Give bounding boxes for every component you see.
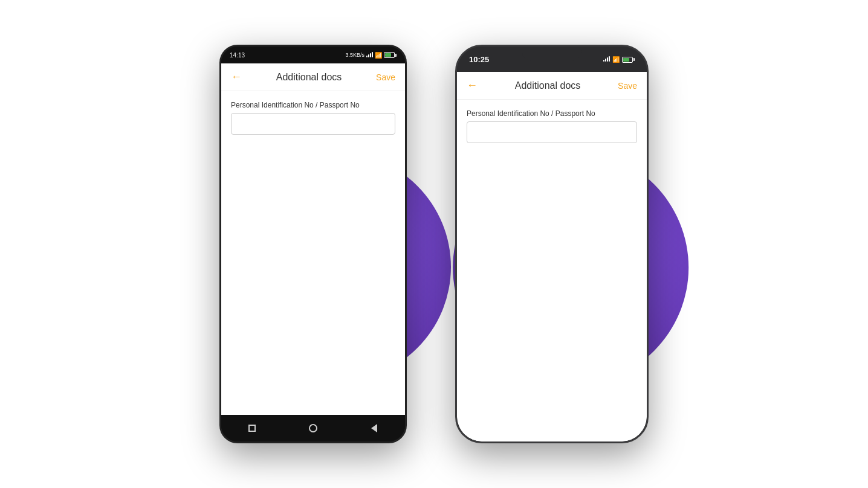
android-passport-input[interactable] <box>231 113 395 135</box>
ios-wifi-icon: 📶 <box>612 56 620 63</box>
android-nav-bar <box>221 415 405 441</box>
android-status-bar: 14:13 3.5KB/s 📶 <box>221 47 405 63</box>
android-phone-wrapper: 14:13 3.5KB/s 📶 <box>219 45 407 443</box>
ios-back-button[interactable]: ← <box>467 79 478 92</box>
android-app-header: ← Additional docs Save <box>221 63 405 91</box>
android-battery <box>384 52 397 58</box>
ios-status-bar: 10:25 📶 <box>457 47 647 72</box>
ios-phone: 10:25 📶 <box>455 45 649 443</box>
ios-save-button[interactable]: Save <box>618 81 637 91</box>
android-time: 14:13 <box>230 52 245 59</box>
android-nav-back[interactable] <box>369 423 380 434</box>
ios-passport-input[interactable] <box>467 121 637 143</box>
android-app-content: Personal Identification No / Passport No <box>221 91 405 415</box>
ios-time: 10:25 <box>469 55 489 64</box>
android-screen: ← Additional docs Save Personal Identifi… <box>221 63 405 415</box>
android-nav-home[interactable] <box>308 423 319 434</box>
android-nav-square[interactable] <box>247 423 257 434</box>
android-network-speed: 3.5KB/s <box>345 52 364 58</box>
android-wifi-icon: 📶 <box>375 52 382 59</box>
android-save-button[interactable]: Save <box>376 72 395 82</box>
ios-app-header: ← Additional docs Save <box>457 72 647 100</box>
ios-notch <box>522 47 582 61</box>
ios-app-content: Personal Identification No / Passport No <box>457 100 647 441</box>
android-status-icons: 3.5KB/s 📶 <box>345 51 397 59</box>
ios-field-label: Personal Identification No / Passport No <box>467 109 637 118</box>
ios-header-title: Additional docs <box>515 80 581 91</box>
ios-screen: ← Additional docs Save Personal Identifi… <box>457 72 647 441</box>
android-field-label: Personal Identification No / Passport No <box>231 101 395 109</box>
android-signal <box>366 51 373 59</box>
android-back-button[interactable]: ← <box>231 71 242 83</box>
main-scene: 14:13 3.5KB/s 📶 <box>0 0 868 488</box>
android-phone: 14:13 3.5KB/s 📶 <box>219 45 407 443</box>
ios-phone-wrapper: 10:25 📶 <box>455 45 649 443</box>
android-header-title: Additional docs <box>276 72 342 83</box>
ios-battery <box>622 56 635 63</box>
ios-signal-icon <box>603 56 610 63</box>
ios-status-icons: 📶 <box>603 56 635 63</box>
